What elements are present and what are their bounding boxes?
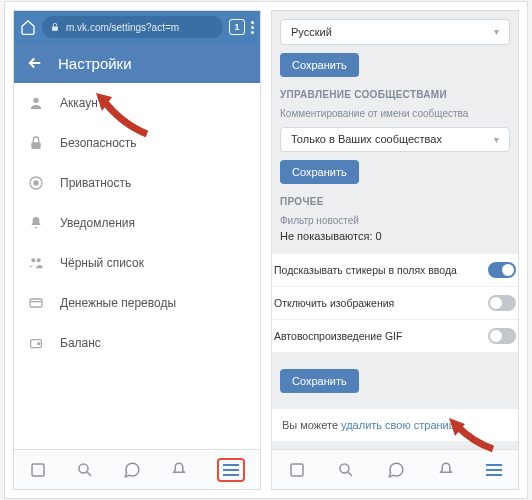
setting-label: Уведомления (60, 216, 135, 230)
language-select[interactable]: Русский ▾ (280, 19, 510, 45)
url-bar[interactable]: m.vk.com/settings?act=m (42, 16, 223, 38)
svg-point-12 (79, 464, 88, 473)
comment-as-community-label: Комментирование от имени сообщества (280, 108, 510, 119)
toggle-stickers-row[interactable]: Подсказывать стикеры в полях ввода (272, 254, 518, 287)
svg-point-15 (340, 464, 349, 473)
news-filter-label: Фильтр новостей (280, 215, 510, 226)
toggle-gif-label: Автовоспроизведение GIF (274, 330, 402, 342)
bell-icon (28, 215, 44, 231)
setting-item-security[interactable]: Безопасность (14, 123, 260, 163)
delete-page-link[interactable]: удалить свою страницу. (341, 419, 462, 431)
nav-search-icon[interactable] (76, 461, 94, 479)
setting-label: Чёрный список (60, 256, 144, 270)
svg-point-10 (38, 343, 40, 345)
svg-line-13 (87, 472, 91, 476)
toggle-switch-on[interactable] (488, 262, 516, 278)
delete-prefix: Вы можете (282, 419, 341, 431)
svg-rect-0 (52, 27, 58, 31)
toggle-images-row[interactable]: Отключить изображения (272, 287, 518, 320)
communities-value: Только в Ваших сообществах (291, 133, 442, 145)
chevron-down-icon: ▾ (494, 26, 499, 37)
setting-label: Аккаунт (60, 96, 103, 110)
page-header: Настройки (14, 43, 260, 83)
save-button-language[interactable]: Сохранить (280, 53, 359, 77)
nav-notifications-icon[interactable] (437, 461, 455, 479)
section-other-label: ПРОЧЕЕ (280, 196, 510, 207)
language-value: Русский (291, 26, 332, 38)
right-settings-content: Русский ▾ Сохранить УПРАВЛЕНИЕ СООБЩЕСТВ… (272, 11, 518, 449)
nav-messages-icon[interactable] (123, 461, 141, 479)
settings-list: Аккаунт Безопасность Приватность Уведомл… (14, 83, 260, 449)
setting-item-balance[interactable]: Баланс (14, 323, 260, 363)
browser-menu-icon[interactable] (251, 21, 254, 34)
tab-count-button[interactable]: 1 (229, 19, 245, 35)
svg-rect-7 (30, 299, 42, 307)
bottom-nav (272, 449, 518, 489)
setting-item-notifications[interactable]: Уведомления (14, 203, 260, 243)
setting-label: Денежные переводы (60, 296, 176, 310)
setting-item-privacy[interactable]: Приватность (14, 163, 260, 203)
setting-label: Приватность (60, 176, 131, 190)
communities-select[interactable]: Только в Ваших сообществах ▾ (280, 127, 510, 153)
privacy-icon (28, 175, 44, 191)
bottom-nav (14, 449, 260, 489)
nav-newsfeed-icon[interactable] (288, 461, 306, 479)
browser-bar: m.vk.com/settings?act=m 1 (14, 11, 260, 43)
user-icon (28, 95, 44, 111)
svg-point-5 (31, 258, 35, 262)
delete-page-row: Вы можете удалить свою страницу. (272, 409, 518, 441)
hamburger-icon (486, 464, 502, 476)
nav-messages-icon[interactable] (387, 461, 405, 479)
nav-newsfeed-icon[interactable] (29, 461, 47, 479)
svg-point-6 (37, 258, 41, 262)
nav-search-icon[interactable] (337, 461, 355, 479)
news-filter-value[interactable]: Не показываются: 0 (280, 230, 510, 242)
setting-label: Безопасность (60, 136, 137, 150)
toggle-stickers-label: Подсказывать стикеры в полях ввода (274, 264, 457, 276)
setting-label: Баланс (60, 336, 101, 350)
svg-rect-2 (31, 142, 40, 149)
svg-rect-14 (291, 464, 303, 476)
nav-menu-icon[interactable] (486, 464, 502, 476)
nav-notifications-icon[interactable] (170, 461, 188, 479)
svg-line-16 (349, 472, 353, 476)
svg-rect-11 (32, 464, 44, 476)
setting-item-blacklist[interactable]: Чёрный список (14, 243, 260, 283)
setting-item-transfers[interactable]: Денежные переводы (14, 283, 260, 323)
url-text: m.vk.com/settings?act=m (66, 22, 179, 33)
toggle-switch-off[interactable] (488, 328, 516, 344)
back-arrow-icon[interactable] (26, 54, 44, 72)
lock-icon (28, 135, 44, 151)
home-icon[interactable] (20, 19, 36, 35)
save-button-other[interactable]: Сохранить (280, 369, 359, 393)
blacklist-icon (28, 255, 44, 271)
toggle-images-label: Отключить изображения (274, 297, 394, 309)
page-title: Настройки (58, 55, 132, 72)
nav-menu-icon[interactable] (217, 458, 245, 482)
lock-icon (50, 22, 60, 32)
chevron-down-icon: ▾ (494, 134, 499, 145)
setting-item-account[interactable]: Аккаунт (14, 83, 260, 123)
save-button-communities[interactable]: Сохранить (280, 160, 359, 184)
svg-point-1 (33, 98, 38, 103)
left-phone-screen: m.vk.com/settings?act=m 1 Настройки Акка… (13, 10, 261, 490)
toggle-switch-off[interactable] (488, 295, 516, 311)
section-communities-label: УПРАВЛЕНИЕ СООБЩЕСТВАМИ (280, 89, 510, 100)
toggle-gif-row[interactable]: Автовоспроизведение GIF (272, 320, 518, 353)
hamburger-icon (223, 464, 239, 476)
svg-point-4 (34, 181, 38, 185)
card-icon (28, 295, 44, 311)
balance-icon (28, 335, 44, 351)
right-phone-screen: Русский ▾ Сохранить УПРАВЛЕНИЕ СООБЩЕСТВ… (271, 10, 519, 490)
